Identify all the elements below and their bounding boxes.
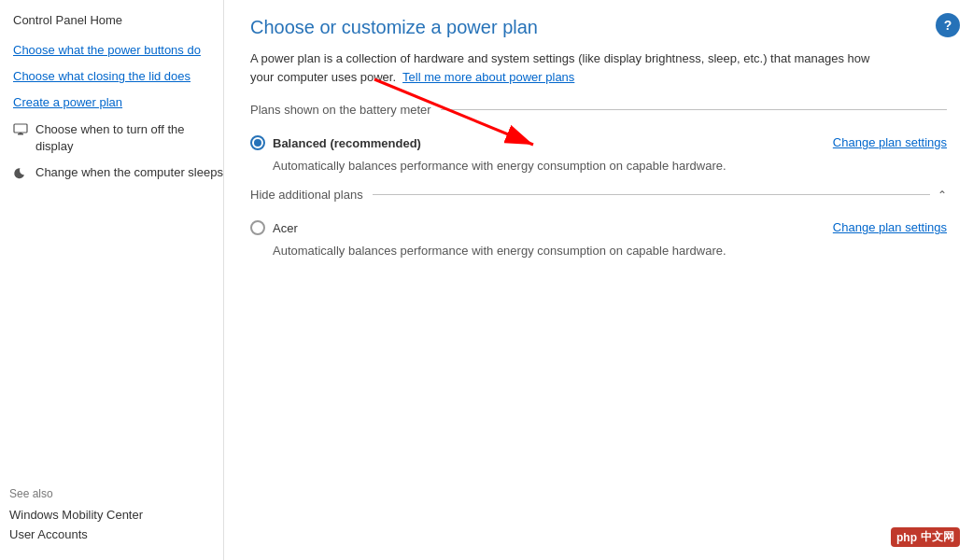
hide-section-label: Hide additional plans bbox=[250, 188, 363, 202]
battery-section-label: Plans shown on the battery meter bbox=[250, 103, 431, 117]
change-plan-acer[interactable]: Change plan settings bbox=[833, 218, 947, 234]
chevron-up-icon[interactable]: ⌃ bbox=[938, 189, 947, 202]
page-title: Choose or customize a power plan bbox=[250, 17, 947, 38]
php-badge-php: php bbox=[896, 531, 917, 544]
plan-name-acer: Acer bbox=[273, 221, 298, 235]
see-also-section: See also Windows Mobility Center User Ac… bbox=[9, 469, 223, 547]
svg-rect-1 bbox=[18, 133, 23, 135]
see-also-label: See also bbox=[9, 487, 223, 500]
svg-rect-2 bbox=[20, 133, 22, 133]
php-badge: php 中文网 bbox=[891, 527, 960, 547]
battery-section-divider bbox=[441, 109, 947, 110]
plan-name-balanced: Balanced (recommended) bbox=[273, 136, 421, 150]
hide-section-divider bbox=[373, 194, 930, 195]
moon-icon bbox=[13, 165, 32, 185]
sidebar-item-power-buttons[interactable]: Choose what the power buttons do bbox=[9, 42, 223, 59]
plan-row-balanced: Balanced (recommended) Change plan setti… bbox=[250, 130, 947, 154]
sidebar-item-computer-sleeps-label: Change when the computer sleeps bbox=[35, 164, 223, 181]
monitor-icon bbox=[13, 122, 32, 142]
plan-radio-acer[interactable] bbox=[250, 220, 265, 235]
svg-rect-0 bbox=[14, 124, 27, 133]
sidebar-item-closing-lid[interactable]: Choose what closing the lid does bbox=[9, 68, 223, 85]
sidebar: Control Panel Home Choose what the power… bbox=[0, 0, 224, 560]
plan-radio-balanced[interactable] bbox=[250, 135, 265, 150]
sidebar-item-create-plan[interactable]: Create a power plan bbox=[9, 94, 223, 111]
sidebar-item-turn-off-display[interactable]: Choose when to turn off the display bbox=[9, 121, 223, 155]
learn-more-link[interactable]: Tell me more about power plans bbox=[402, 70, 574, 84]
php-badge-site: 中文网 bbox=[921, 529, 954, 545]
see-also-mobility-center[interactable]: Windows Mobility Center bbox=[9, 508, 223, 522]
plan-radio-wrap-acer[interactable]: Acer bbox=[250, 220, 437, 235]
plan-row-acer: Acer Change plan settings bbox=[250, 215, 947, 239]
help-button[interactable]: ? bbox=[936, 13, 960, 37]
description: A power plan is a collection of hardware… bbox=[250, 49, 885, 86]
sidebar-home: Control Panel Home bbox=[9, 13, 223, 27]
hide-section-header: Hide additional plans ⌃ bbox=[250, 188, 947, 202]
see-also-user-accounts[interactable]: User Accounts bbox=[9, 527, 223, 541]
plan-desc-acer: Automatically balances performance with … bbox=[250, 243, 811, 259]
plan-desc-balanced: Automatically balances performance with … bbox=[250, 158, 811, 175]
sidebar-item-computer-sleeps[interactable]: Change when the computer sleeps bbox=[9, 164, 223, 185]
plan-radio-wrap-balanced[interactable]: Balanced (recommended) bbox=[250, 135, 437, 150]
main-content: Choose or customize a power plan A power… bbox=[224, 0, 973, 560]
help-icon: ? bbox=[944, 18, 952, 33]
sidebar-item-turn-off-display-label: Choose when to turn off the display bbox=[35, 121, 223, 155]
battery-section-header: Plans shown on the battery meter bbox=[250, 103, 947, 117]
change-plan-balanced[interactable]: Change plan settings bbox=[833, 133, 947, 149]
